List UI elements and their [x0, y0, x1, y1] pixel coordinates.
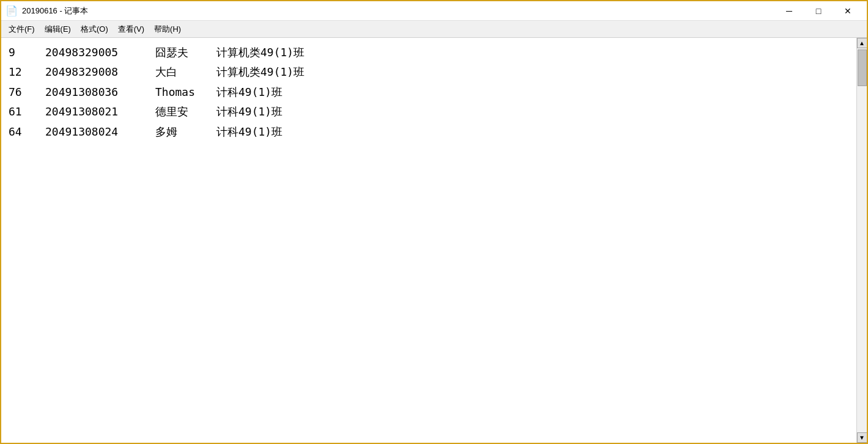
content-area: 920498329005囧瑟夫计算机类49(1)班1220498329008大白… — [1, 38, 867, 443]
title-bar: 📄 20190616 - 记事本 ─ □ ✕ — [1, 1, 867, 21]
notepad-window: 📄 20190616 - 记事本 ─ □ ✕ 文件(F) 编辑(E) 格式(O)… — [0, 0, 868, 444]
window-title: 20190616 - 记事本 — [22, 5, 88, 16]
list-item: 920498329005囧瑟夫计算机类49(1)班 — [9, 43, 849, 62]
menu-file[interactable]: 文件(F) — [4, 23, 40, 36]
menu-view[interactable]: 查看(V) — [113, 23, 149, 36]
title-bar-left: 📄 20190616 - 记事本 — [6, 5, 88, 16]
menu-help[interactable]: 帮助(H) — [149, 23, 186, 36]
list-item: 6120491308021德里安计科49(1)班 — [9, 102, 849, 122]
vertical-scrollbar: ▲ ▼ — [856, 38, 867, 443]
list-item: 7620491308036Thomas计科49(1)班 — [9, 82, 849, 102]
scroll-down-button[interactable]: ▼ — [857, 432, 867, 443]
menu-edit[interactable]: 编辑(E) — [40, 23, 76, 36]
maximize-button[interactable]: □ — [804, 3, 833, 19]
menu-format[interactable]: 格式(O) — [76, 23, 113, 36]
scroll-up-button[interactable]: ▲ — [857, 38, 867, 48]
menu-bar: 文件(F) 编辑(E) 格式(O) 查看(V) 帮助(H) — [1, 21, 867, 38]
scrollbar-thumb[interactable] — [858, 49, 867, 86]
close-button[interactable]: ✕ — [834, 3, 862, 19]
list-item: 6420491308024多姆计科49(1)班 — [9, 122, 849, 142]
text-content[interactable]: 920498329005囧瑟夫计算机类49(1)班1220498329008大白… — [1, 38, 856, 443]
minimize-button[interactable]: ─ — [775, 3, 803, 19]
scrollbar-track — [857, 48, 867, 432]
notepad-icon: 📄 — [6, 5, 17, 16]
title-bar-controls: ─ □ ✕ — [775, 3, 862, 19]
list-item: 1220498329008大白计算机类49(1)班 — [9, 62, 849, 82]
